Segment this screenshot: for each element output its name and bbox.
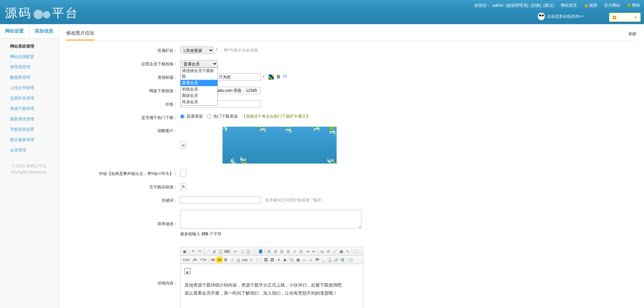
official-link[interactable]: 官方网站: [604, 3, 620, 8]
role-link[interactable]: [超级管理员]: [506, 3, 529, 8]
color-picker-icon[interactable]: [268, 74, 274, 80]
align-center-icon[interactable]: ☰: [273, 248, 279, 254]
menu-item[interactable]: 会员管理: [0, 145, 58, 156]
permission-select[interactable]: 普通会员: [180, 60, 218, 67]
tab-add-info[interactable]: 添加信息: [30, 24, 59, 38]
menu-item[interactable]: 网站信息配置: [0, 52, 58, 62]
top-links: 欢迎您： admin [超级管理员] [切换] [退出] 网站首页 锁屏 官方网…: [475, 3, 641, 8]
perm-option[interactable]: 请选择会员下载权限: [181, 68, 217, 80]
buy-link-input[interactable]: [180, 183, 186, 190]
align-left-icon[interactable]: ☰: [266, 248, 272, 254]
perm-option[interactable]: 初级会员: [181, 86, 217, 93]
keyword-input[interactable]: [180, 196, 261, 204]
font-family-icon[interactable]: 𝑭▾: [191, 257, 198, 263]
underline-icon[interactable]: U: [236, 257, 242, 263]
template-icon[interactable]: 📋: [217, 248, 224, 254]
refresh-link[interactable]: 刷新: [629, 31, 637, 40]
backend-label: 后台首页: [618, 14, 634, 20]
unordered-list-icon[interactable]: ☰: [298, 248, 304, 254]
site-home-link[interactable]: 网站首页: [561, 3, 577, 8]
menu-item[interactable]: 最新资讯管理: [0, 114, 58, 124]
switch-link[interactable]: [切换]: [531, 3, 541, 8]
menu-item[interactable]: 资源下载管理: [0, 104, 58, 114]
heading-icon[interactable]: H1▾: [182, 257, 191, 263]
detail-text-line: 其他资源下载详细介绍内容，资源下载平台正式上线，小伙伴们，赶紧下载使用吧: [185, 281, 359, 290]
paste-icon[interactable]: 📋: [245, 248, 251, 254]
cut-icon[interactable]: ✂: [232, 248, 238, 254]
admin-link[interactable]: admin: [493, 3, 504, 8]
editor-toolbar-row1: ▣ ↶ ↷ 📄 🖨 📋 ⌨ ✂ 📑 📋: [181, 247, 363, 256]
side-tabs: 网站设置 添加信息: [0, 24, 58, 39]
perm-option[interactable]: 高级会员: [181, 93, 217, 99]
text-color-icon[interactable]: A▾: [210, 257, 216, 263]
menu-item[interactable]: 信息栏目管理: [0, 93, 58, 104]
logout-link[interactable]: [退出]: [544, 3, 554, 8]
indent-icon[interactable]: ⇥: [304, 248, 310, 254]
menu-item[interactable]: 图文替换管理: [0, 135, 58, 145]
menu-item[interactable]: 数据库管理: [0, 72, 58, 83]
align-right-icon[interactable]: ☰: [279, 248, 285, 254]
remove-format-icon[interactable]: ⬚: [255, 257, 261, 263]
align-justify-icon[interactable]: ☰: [285, 248, 291, 254]
file-icon[interactable]: 📎: [289, 257, 295, 263]
external-link-input[interactable]: [180, 170, 186, 177]
help-link[interactable]: 帮助: [627, 3, 640, 8]
select-all-icon[interactable]: ▦: [338, 248, 344, 254]
perm-option[interactable]: 终身会员: [181, 99, 217, 105]
fullscreen-icon[interactable]: ⛶: [353, 248, 359, 254]
tab-site-settings[interactable]: 网站设置: [0, 24, 30, 38]
lock-link[interactable]: 锁屏: [584, 3, 597, 8]
menu-item[interactable]: 导航菜单设置: [0, 124, 58, 135]
radio-normal[interactable]: 普通资源: [180, 114, 203, 119]
font-size-icon[interactable]: ᴛT▾: [199, 257, 208, 263]
format-icon[interactable]: [≠]: [283, 74, 289, 80]
copy-icon[interactable]: 📑: [239, 248, 245, 254]
link-icon[interactable]: 🔗: [333, 257, 339, 263]
media-icon[interactable]: ▶: [282, 257, 288, 263]
line-height-icon[interactable]: ≡: [248, 257, 254, 263]
redo-icon[interactable]: ↷: [196, 248, 202, 254]
flash-icon[interactable]: ✦: [276, 257, 282, 263]
thumb-input[interactable]: [180, 141, 186, 149]
qq-consult[interactable]: 点击这里在线咨询>>: [538, 13, 584, 20]
superscript-icon[interactable]: x²: [326, 248, 332, 254]
subscript-icon[interactable]: x₂: [319, 248, 325, 254]
menu-item[interactable]: 上传文件管理: [0, 83, 58, 93]
paste-word-icon[interactable]: 📘: [258, 248, 264, 254]
ordered-list-icon[interactable]: ≡: [292, 248, 298, 254]
bold-icon[interactable]: B: [276, 74, 281, 80]
table-icon[interactable]: ▦: [295, 257, 301, 263]
anchor-icon[interactable]: ⚓: [327, 257, 333, 263]
editor-body[interactable]: 其他资源下载详细介绍内容，资源下载平台正式上线，小伙伴们，赶紧下载使用吧 请认真…: [181, 264, 363, 308]
column-select[interactable]: |-其他资源: [180, 47, 214, 54]
menu-item[interactable]: 管理员管理: [0, 62, 58, 72]
source-icon[interactable]: ▣: [182, 248, 188, 254]
image-icon[interactable]: 🖼: [263, 257, 269, 263]
radio-hot[interactable]: 热门下载资源: [207, 114, 237, 119]
italic-icon[interactable]: I: [229, 257, 235, 263]
label: 官方购买链接：: [66, 183, 180, 190]
hr-icon[interactable]: —: [301, 257, 307, 263]
about-icon[interactable]: ⓘ: [348, 257, 354, 263]
undo-icon[interactable]: ↶: [190, 248, 196, 254]
multi-image-icon[interactable]: 🖼: [269, 257, 276, 263]
description-textarea[interactable]: [180, 210, 361, 229]
backend-home-button[interactable]: 后台首页 ▶: [609, 13, 641, 22]
clear-format-icon[interactable]: 🧹: [332, 248, 338, 254]
menu-item[interactable]: 网站系统管理: [0, 41, 58, 52]
paste-text-icon[interactable]: 📄: [251, 248, 257, 254]
bg-color-icon[interactable]: A▾: [216, 257, 222, 263]
perm-option[interactable]: 普通会员: [181, 80, 217, 86]
print-icon[interactable]: 🖨: [211, 248, 217, 254]
select-icon[interactable]: ↖: [345, 248, 351, 254]
code-icon[interactable]: ⌨: [224, 248, 230, 254]
preview-icon[interactable]: 📄: [205, 248, 211, 254]
unlink-icon[interactable]: ⛓: [340, 257, 346, 263]
strike-icon[interactable]: ᴀʙᴄ: [242, 257, 248, 263]
outdent-icon[interactable]: ⇤: [311, 248, 317, 254]
map-icon[interactable]: 🗺: [314, 257, 320, 263]
copyright-line: © 2015 源码云平台: [0, 163, 58, 169]
bold-icon[interactable]: B: [223, 257, 229, 263]
pagebreak-icon[interactable]: ⎯: [320, 257, 327, 263]
emoji-icon[interactable]: ☺: [308, 257, 314, 263]
